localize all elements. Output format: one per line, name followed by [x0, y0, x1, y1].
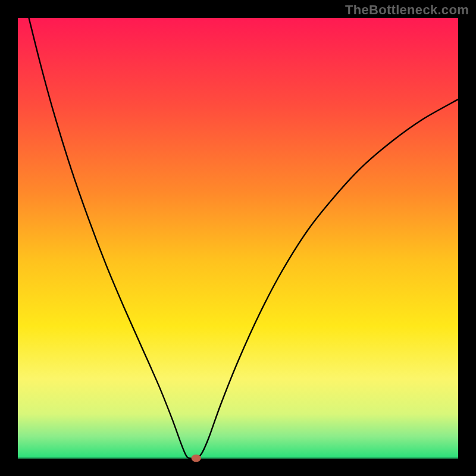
optimum-marker: [192, 455, 201, 462]
chart-frame: TheBottleneck.com: [0, 0, 476, 476]
bottleneck-chart: [0, 0, 476, 476]
watermark-text: TheBottleneck.com: [345, 2, 469, 18]
plot-background: [18, 18, 458, 458]
